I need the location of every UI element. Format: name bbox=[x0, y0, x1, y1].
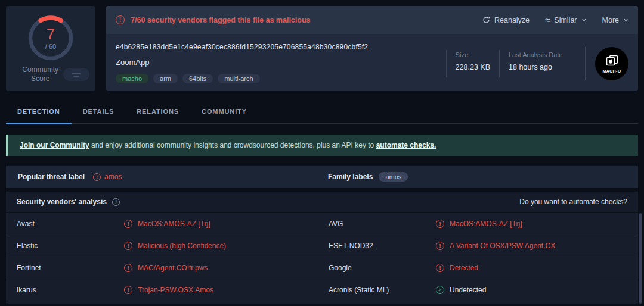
detection-score-gauge: 7 / 60 bbox=[26, 13, 76, 63]
family-label-pill[interactable]: amos bbox=[379, 172, 408, 182]
similar-waves-icon: ≈ bbox=[545, 17, 550, 23]
votes-bar-icon bbox=[73, 76, 79, 77]
tag-multi-arch[interactable]: multi-arch bbox=[218, 74, 259, 83]
file-report-header-card: ! 7/60 security vendors flagged this fil… bbox=[106, 6, 638, 91]
warning-icon bbox=[124, 242, 132, 250]
banner-text: and enjoy additional community insights … bbox=[89, 141, 376, 149]
table-row-partial bbox=[6, 301, 638, 304]
automate-checks-link[interactable]: automate checks. bbox=[376, 141, 436, 149]
report-tab-bar: DETECTION DETAILS RELATIONS COMMUNITY bbox=[6, 100, 638, 124]
warning-icon: ! bbox=[116, 15, 125, 24]
table-row: Avast MacOS:AMOS-AZ [Trj] AVG MacOS:AMOS… bbox=[6, 213, 638, 235]
file-name: ZoomApp bbox=[116, 58, 368, 67]
vendor-result: MAC/Agent.CO!tr.pws bbox=[124, 264, 329, 272]
file-hash: e4b6285e183dd5e1c4e9eaf30cec886fd1529320… bbox=[116, 43, 368, 51]
popular-threat-label-value: ! amos bbox=[93, 173, 122, 181]
table-row: Fortinet MAC/Agent.CO!tr.pws Google Dete… bbox=[6, 257, 638, 279]
join-community-link[interactable]: Join our Community bbox=[20, 141, 89, 149]
file-tags: macho arm 64bits multi-arch bbox=[116, 74, 368, 83]
join-community-banner: Join our Community and enjoy additional … bbox=[6, 135, 638, 156]
votes-bar-icon bbox=[72, 73, 81, 74]
last-analysis-value: 18 hours ago bbox=[509, 63, 575, 71]
automate-checks-prompt[interactable]: Do you want to automate checks? bbox=[519, 198, 627, 206]
info-icon[interactable]: i bbox=[112, 198, 120, 206]
check-icon bbox=[436, 286, 444, 294]
popular-threat-label-panel: Popular threat label ! amos Family label… bbox=[6, 166, 638, 188]
vendors-analysis-header: Security vendors' analysis i Do you want… bbox=[6, 192, 638, 212]
refresh-icon bbox=[482, 16, 490, 24]
size-value: 228.23 KB bbox=[456, 63, 490, 71]
vendors-analysis-title: Security vendors' analysis bbox=[17, 198, 107, 206]
chevron-down-icon bbox=[581, 17, 587, 23]
vendor-name: Avast bbox=[17, 220, 124, 228]
tab-details[interactable]: DETAILS bbox=[72, 100, 126, 123]
family-labels-title: Family labels bbox=[328, 173, 373, 181]
warning-icon bbox=[436, 264, 444, 272]
vendor-name: Google bbox=[329, 264, 436, 272]
vendor-result: MacOS:AMOS-AZ [Trj] bbox=[436, 220, 627, 228]
vendor-name: Elastic bbox=[17, 242, 124, 250]
alert-text: 7/60 security vendors flagged this file … bbox=[131, 16, 311, 24]
table-scrollbar[interactable] bbox=[639, 213, 642, 304]
detection-alert-banner: ! 7/60 security vendors flagged this fil… bbox=[106, 6, 638, 34]
macho-file-type-badge[interactable]: MACH-O bbox=[595, 47, 628, 80]
vendor-result: A Variant Of OSX/PSW.Agent.CX bbox=[436, 242, 627, 250]
mach-o-documents-icon bbox=[604, 54, 620, 68]
table-row: Elastic Malicious (high Confidence) ESET… bbox=[6, 235, 638, 257]
vendor-name: Acronis (Static ML) bbox=[329, 286, 436, 294]
vendor-name: ESET-NOD32 bbox=[329, 242, 436, 250]
tag-macho[interactable]: macho bbox=[116, 74, 148, 83]
community-score-card: 7 / 60 Community Score bbox=[6, 6, 95, 91]
tag-arm[interactable]: arm bbox=[153, 74, 178, 83]
popular-threat-label-title: Popular threat label bbox=[18, 173, 85, 181]
tab-relations[interactable]: RELATIONS bbox=[125, 100, 190, 123]
vendor-name: Fortinet bbox=[17, 264, 124, 272]
tab-community[interactable]: COMMUNITY bbox=[190, 100, 258, 123]
vendor-name: AVG bbox=[329, 220, 436, 228]
vendor-result: Malicious (high Confidence) bbox=[124, 242, 329, 250]
vendor-result: Trojan-PSW.OSX.Amos bbox=[124, 286, 329, 294]
table-row: Ikarus Trojan-PSW.OSX.Amos Acronis (Stat… bbox=[6, 279, 638, 301]
detections-count: 7 bbox=[47, 26, 55, 42]
vendor-result: Undetected bbox=[436, 286, 627, 294]
security-vendors-analysis-section: Security vendors' analysis i Do you want… bbox=[6, 192, 638, 306]
last-analysis-label: Last Analysis Date bbox=[509, 51, 575, 58]
vendor-result: MacOS:AMOS-AZ [Trj] bbox=[124, 220, 329, 228]
warning-icon: ! bbox=[93, 173, 101, 181]
more-button[interactable]: More bbox=[602, 16, 628, 24]
community-score-label: Community Score bbox=[22, 65, 58, 83]
vendor-result: Detected bbox=[436, 264, 627, 272]
warning-icon bbox=[436, 242, 444, 250]
macho-badge-label: MACH-O bbox=[602, 69, 621, 73]
file-identity: e4b6285e183dd5e1c4e9eaf30cec886fd1529320… bbox=[116, 43, 368, 83]
similar-button[interactable]: ≈ Similar bbox=[545, 16, 586, 24]
reanalyze-button[interactable]: Reanalyze bbox=[482, 16, 530, 24]
file-type-badge-wrap: MACH-O bbox=[585, 47, 628, 80]
community-votes-badge[interactable] bbox=[63, 68, 89, 81]
warning-icon bbox=[124, 220, 132, 228]
warning-icon bbox=[124, 264, 132, 272]
chevron-down-icon bbox=[623, 17, 628, 23]
file-size-block: Size 228.23 KB bbox=[446, 50, 490, 77]
last-analysis-block: Last Analysis Date 18 hours ago bbox=[499, 50, 575, 77]
warning-icon bbox=[436, 220, 444, 228]
size-label: Size bbox=[456, 51, 490, 58]
tab-detection[interactable]: DETECTION bbox=[6, 100, 72, 123]
vendor-name: Ikarus bbox=[17, 286, 124, 294]
detections-total: / 60 bbox=[45, 43, 56, 50]
tag-64bits[interactable]: 64bits bbox=[182, 74, 213, 83]
warning-icon bbox=[124, 286, 132, 294]
